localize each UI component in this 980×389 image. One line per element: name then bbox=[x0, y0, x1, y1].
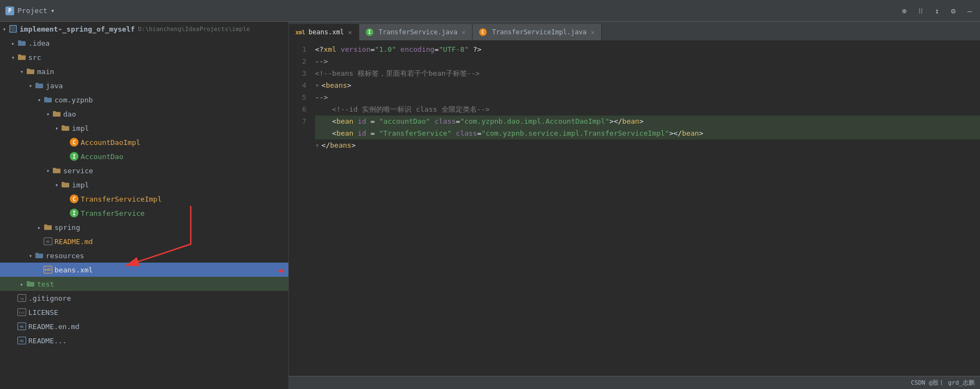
sidebar-item-transferservice[interactable]: I TransferService bbox=[0, 206, 288, 220]
impl-svc-label: impl bbox=[72, 181, 89, 189]
tab-beansxml-close[interactable]: ✕ bbox=[348, 29, 352, 36]
readmeen-label: README.en.md bbox=[28, 323, 80, 331]
globe-icon[interactable]: ⊕ bbox=[899, 6, 909, 16]
interface-icon-transferservice: I bbox=[70, 209, 78, 217]
xml-icon-beansxml: xml bbox=[44, 266, 52, 273]
resources-label: resources bbox=[46, 252, 84, 260]
minimize-icon[interactable]: — bbox=[965, 6, 975, 16]
sidebar-item-impl-svc[interactable]: impl bbox=[0, 178, 288, 192]
folder-icon-main bbox=[26, 67, 35, 76]
sidebar-item-idea[interactable]: .idea bbox=[0, 36, 288, 50]
sidebar-item-java[interactable]: java bbox=[0, 78, 288, 93]
chevron-comyzpnb bbox=[35, 95, 44, 104]
tab-class-icon: C bbox=[479, 28, 487, 36]
sidebar-item-comyzpnb[interactable]: com.yzpnb bbox=[0, 93, 288, 107]
tab-beansxml[interactable]: xml beans.xml ✕ bbox=[289, 24, 359, 40]
sort-icon[interactable]: ↕ bbox=[932, 6, 942, 16]
beansxml-label: beans.xml bbox=[55, 266, 93, 274]
tab-transferservice[interactable]: I TransferService.java ✕ bbox=[359, 24, 473, 40]
sidebar-item-readmemd[interactable]: MD README.md bbox=[0, 234, 288, 248]
folder-icon-service bbox=[52, 166, 61, 175]
project-icon: P bbox=[5, 7, 14, 15]
dao-label: dao bbox=[63, 110, 76, 118]
sidebar: implement-_spring_of_myself D:\biancheng… bbox=[0, 22, 289, 389]
sidebar-item-gitignore[interactable]: ig .gitignore bbox=[0, 291, 288, 305]
sidebar-item-beansxml[interactable]: xml beans.xml ◄ bbox=[0, 263, 288, 277]
tab-transferserviceimpl-close[interactable]: ✕ bbox=[591, 29, 595, 36]
tab-xml-icon: xml bbox=[295, 29, 305, 35]
dropdown-icon[interactable]: ▾ bbox=[51, 7, 55, 15]
class-icon-transferserviceimpl: C bbox=[70, 194, 78, 203]
chevron-impl-dao bbox=[52, 124, 61, 132]
tab-bar: xml beans.xml ✕ I TransferService.java ✕… bbox=[289, 22, 980, 41]
idea-label: .idea bbox=[28, 39, 50, 47]
status-bar: CSDN @殷丨 grd_志鹏 bbox=[289, 376, 980, 389]
fold-3[interactable]: ▾ bbox=[315, 80, 319, 92]
code-content[interactable]: <?xml version="1.0" encoding="UTF-8" ?> … bbox=[311, 41, 980, 376]
title-bar-left: P Project ▾ bbox=[5, 7, 55, 15]
sidebar-item-main[interactable]: main bbox=[0, 64, 288, 78]
code-line-5: <bean id = "accountDao" class="com.yzpnb… bbox=[315, 116, 980, 127]
chevron-test bbox=[17, 279, 26, 288]
structure-icon[interactable]: ⁝⁝ bbox=[916, 6, 925, 16]
folder-icon-resources bbox=[35, 251, 44, 260]
code-line-4: <!--id 实例的唯一标识 class 全限定类名--> bbox=[315, 104, 980, 116]
chevron-impl-svc bbox=[52, 180, 61, 189]
sidebar-item-service[interactable]: service bbox=[0, 163, 288, 178]
folder-icon-test bbox=[26, 279, 35, 288]
sidebar-item-src[interactable]: src bbox=[0, 50, 288, 64]
gitignore-label: .gitignore bbox=[28, 294, 71, 302]
editor-area: xml beans.xml ✕ I TransferService.java ✕… bbox=[289, 22, 980, 389]
class-icon-accountdaoimpl: C bbox=[70, 138, 78, 147]
module-icon bbox=[9, 25, 17, 33]
interface-icon-accountdao: I bbox=[70, 152, 78, 161]
md-icon-readmeen: MD bbox=[17, 323, 26, 330]
sidebar-item-dao[interactable]: dao bbox=[0, 107, 288, 121]
chevron-service bbox=[44, 166, 52, 175]
main-label: main bbox=[37, 68, 54, 76]
watermark: CSDN @殷丨 grd_志鹏 bbox=[911, 379, 975, 387]
folder-icon-idea bbox=[17, 39, 26, 47]
code-editor: 1 2 3 4 5 6 7 <?xml version="1.0" encodi… bbox=[289, 41, 980, 376]
tab-transferserviceimpl[interactable]: C TransferServiceImpl.java ✕ bbox=[473, 24, 602, 40]
red-arrow: ◄ bbox=[277, 264, 283, 276]
sidebar-item-transferserviceimpl[interactable]: C TransferServiceImpl bbox=[0, 192, 288, 206]
tab-transferserviceimpl-label: TransferServiceImpl.java bbox=[492, 28, 586, 36]
sidebar-item-accountdao[interactable]: I AccountDao bbox=[0, 149, 288, 163]
code-line-2: <!--beans 根标签，里面有若干个bean子标签--> bbox=[315, 68, 980, 80]
title-bar: P Project ▾ ⊕ ⁝⁝ ↕ ⚙ — bbox=[0, 0, 980, 22]
tab-transferservice-close[interactable]: ✕ bbox=[462, 29, 465, 36]
settings-icon[interactable]: ⚙ bbox=[948, 6, 958, 16]
sidebar-item-accountdaoimpl[interactable]: C AccountDaoImpl bbox=[0, 135, 288, 149]
chevron-java bbox=[26, 81, 35, 90]
license-label: LICENSE bbox=[28, 308, 58, 317]
chevron-idea bbox=[9, 39, 17, 47]
sidebar-item-readmeen[interactable]: MD README.en.md bbox=[0, 319, 288, 333]
chevron-dao bbox=[44, 110, 52, 118]
sidebar-item-impl-dao[interactable]: impl bbox=[0, 121, 288, 135]
root-path: D:\biancheng\IdeaProjects\imple bbox=[138, 26, 250, 33]
folder-icon-impl-svc bbox=[61, 180, 70, 189]
sidebar-item-readme2[interactable]: MD README... bbox=[0, 333, 288, 348]
code-line-6: <bean id = "TransferService" class="com.… bbox=[315, 127, 980, 139]
folder-icon-comyzpnb bbox=[44, 95, 52, 104]
code-line-3: ▾<beans> bbox=[315, 80, 980, 92]
chevron-spring bbox=[35, 223, 44, 232]
sidebar-item-test[interactable]: test bbox=[0, 277, 288, 291]
spring-label: spring bbox=[55, 223, 80, 232]
tab-interface-icon: I bbox=[366, 28, 373, 36]
sidebar-item-resources[interactable]: resources bbox=[0, 248, 288, 263]
chevron-resources bbox=[26, 251, 35, 260]
fold-7[interactable]: ▾ bbox=[315, 139, 319, 151]
license-icon: txt bbox=[17, 308, 26, 316]
sidebar-item-root[interactable]: implement-_spring_of_myself D:\biancheng… bbox=[0, 22, 288, 36]
code-line-7: ▾</beans> bbox=[315, 139, 980, 151]
project-label: Project bbox=[17, 7, 47, 15]
sidebar-item-spring[interactable]: spring bbox=[0, 220, 288, 234]
folder-icon-dao bbox=[52, 110, 61, 118]
sidebar-item-license[interactable]: txt LICENSE bbox=[0, 305, 288, 319]
chevron-root bbox=[0, 25, 9, 33]
md-icon-readmemd: MD bbox=[44, 238, 52, 245]
code-line-1: <?xml version="1.0" encoding="UTF-8" ?> bbox=[315, 44, 980, 56]
tab-transferservice-label: TransferService.java bbox=[379, 28, 458, 36]
